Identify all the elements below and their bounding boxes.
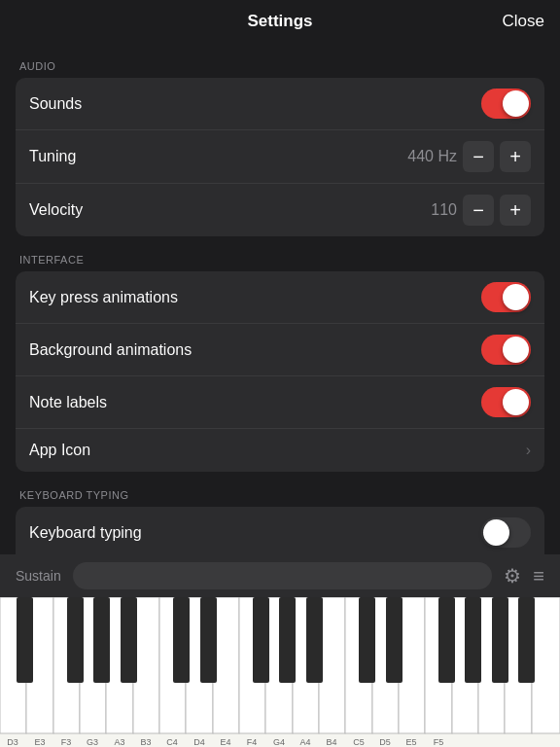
svg-text:G4: G4 — [273, 737, 285, 747]
piano-toolbar: Sustain ⚙ ≡ — [0, 554, 560, 597]
svg-text:D3: D3 — [7, 737, 18, 747]
svg-rect-32[interactable] — [438, 597, 455, 683]
key-press-toggle[interactable] — [481, 282, 531, 312]
list-item: Velocity 110 − + — [16, 184, 544, 236]
sounds-label: Sounds — [29, 95, 82, 113]
svg-rect-8[interactable] — [213, 597, 239, 733]
list-item[interactable]: App Icon › — [16, 429, 544, 472]
svg-text:E4: E4 — [220, 737, 230, 747]
interface-group: Key press animations Background animatio… — [16, 271, 544, 472]
tuning-decrease-button[interactable]: − — [463, 141, 494, 172]
svg-rect-34[interactable] — [492, 597, 508, 683]
svg-text:C5: C5 — [353, 737, 365, 747]
settings-scroll: AUDIO Sounds Tuning 440 Hz − + Velocity … — [0, 43, 560, 597]
section-label-audio: AUDIO — [16, 43, 544, 78]
toggle-knob — [503, 389, 529, 415]
svg-rect-5[interactable] — [133, 597, 159, 733]
settings-icon[interactable]: ⚙ — [504, 564, 521, 587]
piano-container: Sustain ⚙ ≡ .wk { fill: #fff; stroke: #b… — [0, 554, 560, 747]
key-press-label: Key press animations — [29, 289, 178, 306]
menu-icon[interactable]: ≡ — [533, 565, 544, 587]
svg-rect-12[interactable] — [319, 597, 345, 733]
svg-rect-26[interactable] — [200, 597, 217, 683]
svg-text:E3: E3 — [34, 737, 45, 747]
svg-rect-23[interactable] — [93, 597, 110, 683]
svg-text:G3: G3 — [87, 737, 98, 747]
svg-text:F3: F3 — [61, 737, 72, 747]
page-title: Settings — [247, 12, 312, 31]
svg-text:E5: E5 — [405, 737, 416, 747]
note-labels-toggle[interactable] — [481, 387, 531, 417]
bg-animations-toggle[interactable] — [481, 335, 531, 365]
svg-rect-28[interactable] — [279, 597, 296, 683]
keyboard-typing-label: Keyboard typing — [29, 524, 142, 542]
sustain-label: Sustain — [16, 568, 61, 584]
tuning-increase-button[interactable]: + — [500, 141, 531, 172]
svg-rect-27[interactable] — [253, 597, 269, 683]
svg-text:D5: D5 — [379, 737, 391, 747]
list-item: Key press animations — [16, 271, 544, 324]
velocity-value: 110 — [418, 201, 457, 219]
svg-rect-25[interactable] — [173, 597, 190, 683]
svg-text:D4: D4 — [193, 737, 205, 747]
velocity-stepper: 110 − + — [418, 195, 531, 226]
list-item: Keyboard typing — [16, 507, 544, 559]
svg-text:B3: B3 — [140, 737, 151, 747]
svg-rect-20[interactable] — [532, 597, 560, 733]
tuning-label: Tuning — [29, 148, 76, 165]
bg-animations-label: Background animations — [29, 341, 192, 359]
list-item: Note labels — [16, 376, 544, 429]
tuning-value: 440 Hz — [407, 148, 457, 165]
header: Settings Close — [0, 0, 560, 43]
audio-group: Sounds Tuning 440 Hz − + Velocity 110 − … — [16, 78, 544, 236]
tuning-stepper: 440 Hz − + — [407, 141, 531, 172]
toggle-knob — [503, 284, 529, 310]
svg-rect-29[interactable] — [306, 597, 323, 683]
svg-rect-31[interactable] — [386, 597, 402, 683]
section-label-interface: INTERFACE — [16, 236, 544, 271]
svg-rect-33[interactable] — [465, 597, 481, 683]
list-item: Tuning 440 Hz − + — [16, 130, 544, 184]
list-item: Background animations — [16, 324, 544, 376]
toggle-knob — [503, 337, 529, 363]
svg-text:B4: B4 — [326, 737, 336, 747]
keyboard-typing-toggle[interactable] — [481, 517, 531, 548]
velocity-increase-button[interactable]: + — [500, 195, 531, 226]
chevron-right-icon: › — [526, 442, 531, 459]
svg-rect-24[interactable] — [121, 597, 137, 683]
piano-svg: .wk { fill: #fff; stroke: #bbb; stroke-w… — [0, 597, 560, 747]
velocity-label: Velocity — [29, 201, 83, 219]
svg-text:A3: A3 — [114, 737, 124, 747]
piano-keys: .wk { fill: #fff; stroke: #bbb; stroke-w… — [0, 597, 560, 747]
section-label-keyboard: KEYBOARD TYPING — [16, 472, 544, 507]
svg-text:C4: C4 — [166, 737, 178, 747]
svg-rect-22[interactable] — [67, 597, 84, 683]
note-labels-label: Note labels — [29, 394, 107, 411]
toggle-knob — [483, 519, 509, 546]
sustain-bar[interactable] — [73, 562, 493, 589]
list-item: Sounds — [16, 78, 544, 130]
sounds-toggle[interactable] — [481, 89, 531, 119]
velocity-decrease-button[interactable]: − — [463, 195, 494, 226]
toggle-knob — [503, 90, 529, 117]
app-icon-label: App Icon — [29, 442, 90, 459]
svg-rect-35[interactable] — [518, 597, 535, 683]
svg-rect-30[interactable] — [359, 597, 375, 683]
svg-rect-21[interactable] — [17, 597, 33, 683]
close-button[interactable]: Close — [503, 12, 544, 31]
svg-text:A4: A4 — [299, 737, 310, 747]
svg-rect-15[interactable] — [399, 597, 425, 733]
svg-text:F5: F5 — [434, 737, 444, 747]
svg-text:F4: F4 — [247, 737, 258, 747]
